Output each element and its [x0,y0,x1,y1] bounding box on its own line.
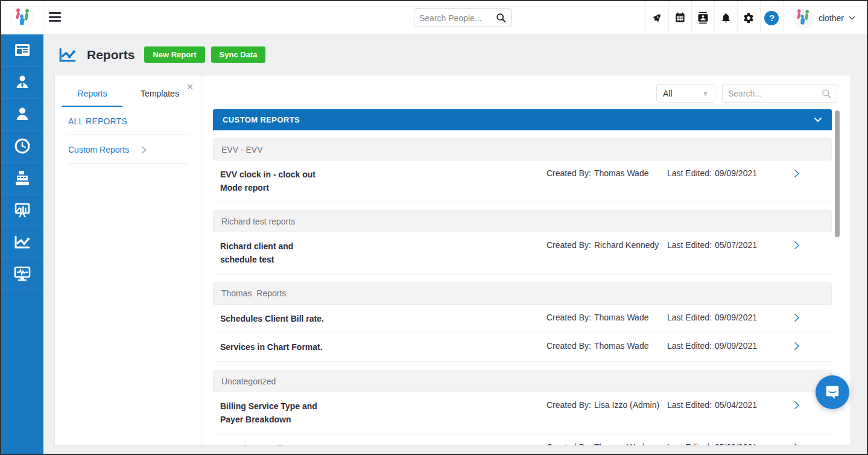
reports-list-area: All ▼ CUSTOM REPORTS [202,75,851,445]
list-toolbar: All ▼ [656,84,837,103]
sidebar-item-telephony[interactable] [1,258,43,290]
report-title[interactable]: Billing Service Type and Payer Breakdown [220,400,383,426]
report-title[interactable]: EVV clock in - clock out Mode report [220,168,383,194]
tab-reports[interactable]: Reports [62,84,122,107]
content-area: Reports New Report Sync Data ✕ Reports T… [43,34,867,454]
chevron-right-icon[interactable] [794,401,800,410]
chevron-right-icon[interactable] [794,342,800,351]
person-tie-icon [14,74,30,90]
scrollbar-thumb[interactable] [835,110,840,237]
report-title[interactable]: Richard client and schedule test [220,240,383,266]
all-reports-link[interactable]: ALL REPORTS [67,107,189,135]
last-edited: Last Edited:05/07/2021 [667,240,782,250]
chevron-right-icon[interactable] [794,241,800,250]
chevron-right-icon[interactable] [794,313,800,322]
custom-reports-header[interactable]: CUSTOM REPORTS [213,109,832,130]
search-icon[interactable] [496,13,506,23]
newspaper-icon [14,43,31,57]
sync-data-button[interactable]: Sync Data [211,46,266,63]
page-header: Reports New Report Sync Data [59,46,265,63]
notifications-icon[interactable] [714,1,737,34]
section-header: Uncategorized [213,370,832,392]
section-header: Thomas Reports [213,282,832,305]
last-edited: Last Edited:09/09/2021 [667,313,782,322]
person-icon [14,106,30,122]
chat-bubble-icon [825,384,840,400]
sidebar-nav [1,34,43,454]
list-search-field [722,84,837,103]
last-edited: Last Edited:05/03/2021 [667,442,782,446]
created-by: Created By:Thomas Wade [546,168,667,178]
report-title[interactable]: Schedules Client Bill rate. [220,313,383,326]
rocket-icon[interactable] [645,1,668,34]
last-edited: Last Edited:09/09/2021 [667,341,782,351]
created-by: Created By:Thomas Wade [546,341,667,351]
user-menu[interactable]: clother [783,1,861,34]
help-glyph: ? [764,11,779,25]
created-by: Created By:Thomas Wade [546,442,667,446]
menu-toggle-button[interactable] [49,12,61,22]
app-logo[interactable] [1,1,43,34]
report-row[interactable]: Caregiver Applicant Report1 Created By:T… [213,434,832,446]
search-people-input[interactable] [419,13,496,23]
sidebar-item-reports[interactable] [1,226,43,258]
chevron-down-icon [849,16,855,20]
sidebar-item-news[interactable] [1,34,43,66]
report-row[interactable]: EVV clock in - clock out Mode report Cre… [213,161,832,202]
search-icon[interactable] [822,89,831,98]
calendar-icon[interactable] [668,1,691,34]
report-row[interactable]: Schedules Client Bill rate. Created By:T… [213,305,832,334]
panel-tabs: Reports Templates [55,84,201,107]
last-edited: Last Edited:05/04/2021 [667,400,782,410]
sidebar-item-scheduling[interactable] [1,130,43,162]
line-chart-icon [14,235,31,249]
contacts-icon[interactable] [691,1,714,34]
avatar [792,7,814,29]
sidebar-item-training[interactable] [1,194,43,226]
user-name: clother [819,13,844,23]
sidebar-item-clients[interactable] [1,98,43,130]
help-icon[interactable]: ? [760,1,783,34]
report-row[interactable]: Services in Chart Format. Created By:Tho… [213,333,832,362]
clock-icon [14,138,30,154]
monitor-waveform-icon [14,266,31,282]
section-header: Richard test reports [213,210,832,232]
search-people-field [414,8,512,27]
chevron-right-icon[interactable] [794,443,800,446]
close-icon[interactable]: ✕ [186,83,194,91]
topbar-actions: ? clother [645,1,861,34]
company-logo-icon [10,6,34,30]
report-row[interactable]: Billing Service Type and Payer Breakdown… [213,392,832,434]
new-report-button[interactable]: New Report [144,46,204,63]
report-row[interactable]: Richard client and schedule test Created… [213,232,832,274]
chevron-down-icon [814,117,822,122]
list-search-input[interactable] [728,89,822,98]
category-filter-select[interactable]: All ▼ [656,84,715,103]
page-title: Reports [87,48,135,62]
report-title[interactable]: Caregiver Applicant Report1 [220,442,383,446]
cash-register-icon [14,170,31,186]
chevron-right-icon [141,146,147,154]
custom-reports-link[interactable]: Custom Reports [67,135,189,164]
last-edited: Last Edited:09/09/2021 [667,168,782,178]
reports-chart-icon [59,47,77,63]
reports-panel: ✕ Reports Templates ALL REPORTS Custom R… [55,75,201,445]
created-by: Created By:Thomas Wade [546,313,667,322]
created-by: Created By:Lisa Izzo (Admin) [546,400,667,410]
topbar: ? clother [1,1,867,34]
created-by: Created By:Richard Kennedy [546,240,667,250]
section-header: EVV - EVV [213,138,832,161]
chevron-right-icon[interactable] [794,169,800,178]
reports-list: CUSTOM REPORTS EVV - EVV EVV clock in - … [213,109,832,445]
reports-card: ✕ Reports Templates ALL REPORTS Custom R… [54,75,851,446]
presentation-icon [14,202,31,218]
sidebar-item-billing[interactable] [1,162,43,194]
tab-templates[interactable]: Templates [130,84,190,107]
chat-launcher-button[interactable] [816,375,849,409]
report-title[interactable]: Services in Chart Format. [220,341,383,354]
sidebar-item-caregivers[interactable] [1,66,43,98]
settings-icon[interactable] [737,1,760,34]
chevron-down-icon: ▼ [702,90,709,97]
